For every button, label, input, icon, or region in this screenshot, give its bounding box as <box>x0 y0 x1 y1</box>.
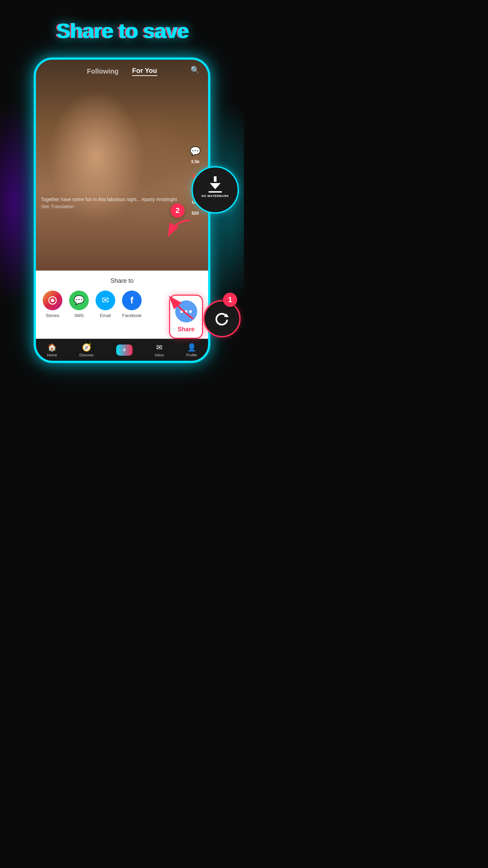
caption-area: Together have some fun in this fabulous … <box>41 196 184 210</box>
comments-button[interactable]: 💬 3.5k <box>188 144 202 164</box>
facebook-label: Facebook <box>122 313 141 318</box>
email-label: Email <box>100 313 111 318</box>
nav-inbox[interactable]: ✉ Inbox <box>155 343 164 357</box>
discover-icon: 🧭 <box>82 343 91 352</box>
caption-text: Together have some fun in this fabulous … <box>41 196 184 203</box>
facebook-icon: f <box>122 291 142 310</box>
badge-1: 1 <box>223 293 237 307</box>
phone-nav: Following For You 🔍 <box>36 60 208 80</box>
share-facebook[interactable]: f Facebook <box>122 291 142 318</box>
comments-count: 3.5k <box>191 159 199 164</box>
share-count: 520 <box>191 211 199 216</box>
download-stem <box>214 176 217 182</box>
replay-icon <box>214 310 230 327</box>
search-icon[interactable]: 🔍 <box>190 66 200 75</box>
video-content: Following For You 🔍 💬 3.5k 🔖 520 ↪ 520 <box>36 60 208 276</box>
home-icon: 🏠 <box>47 343 57 352</box>
inbox-icon: ✉ <box>156 343 162 352</box>
profile-label: Profile <box>186 353 197 357</box>
tab-following[interactable]: Following <box>87 67 118 75</box>
share-sms[interactable]: 💬 SMS <box>69 291 89 318</box>
comment-icon: 💬 <box>188 144 202 158</box>
phone-mockup: Following For You 🔍 💬 3.5k 🔖 520 ↪ 520 <box>34 58 210 363</box>
arrow-2-svg <box>166 217 193 237</box>
email-icon: ✉ <box>96 291 115 310</box>
tab-for-you[interactable]: For You <box>132 67 157 76</box>
nav-home[interactable]: 🏠 Home <box>47 343 57 357</box>
download-arrow <box>210 183 221 189</box>
nav-discover[interactable]: 🧭 Discover <box>79 343 94 357</box>
share-panel-title: Share to <box>41 277 203 284</box>
discover-label: Discover <box>79 353 94 357</box>
share-email[interactable]: ✉ Email <box>96 291 115 318</box>
nav-profile[interactable]: 👤 Profile <box>186 343 197 357</box>
no-watermark-button[interactable]: NO WATERMARK <box>191 166 239 214</box>
svg-text:+: + <box>51 298 54 303</box>
badge-2: 2 <box>170 203 185 218</box>
no-watermark-label: NO WATERMARK <box>202 194 229 198</box>
phone-bottom-nav: 🏠 Home 🧭 Discover + ✉ Inbox 👤 Profile <box>36 339 208 361</box>
arrow-1-svg <box>166 295 200 322</box>
create-button[interactable]: + <box>116 344 133 356</box>
see-translation[interactable]: See Translation <box>41 204 184 209</box>
sms-label: SMS <box>74 313 84 318</box>
sms-icon: 💬 <box>69 291 89 310</box>
profile-icon: 👤 <box>187 343 196 352</box>
download-icon <box>208 182 222 193</box>
share-replay-button[interactable] <box>203 300 241 337</box>
home-label: Home <box>47 353 57 357</box>
couple-image <box>36 60 208 276</box>
stories-icon: + <box>43 291 62 310</box>
share-button-label: Share <box>178 326 195 333</box>
inbox-label: Inbox <box>155 353 164 357</box>
stories-label: Stories <box>46 313 59 318</box>
download-base <box>208 191 222 193</box>
page-title: Share to save <box>0 19 244 43</box>
share-stories[interactable]: + Stories <box>43 291 62 318</box>
